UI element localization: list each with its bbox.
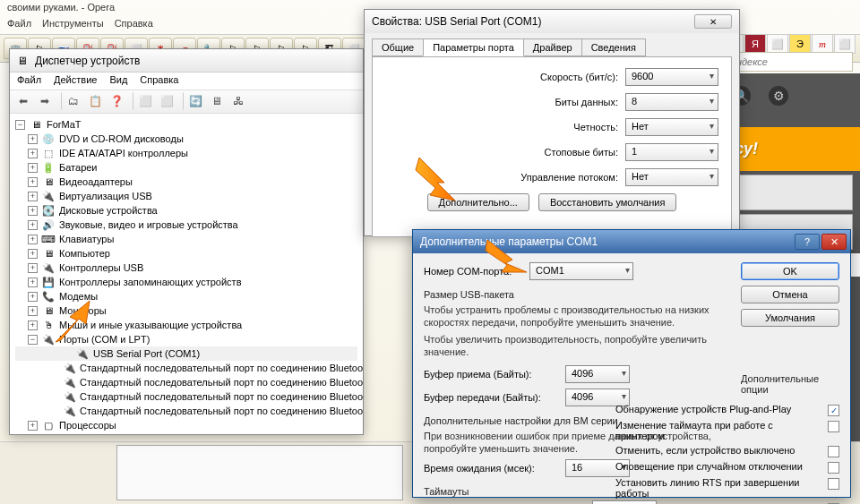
option-label: Отменить, если устройство выключено xyxy=(615,445,822,456)
databits-dropdown[interactable]: 8 xyxy=(625,93,718,111)
help-icon[interactable]: ❓ xyxy=(107,92,126,110)
checkbox[interactable] xyxy=(828,478,839,490)
checkbox[interactable] xyxy=(828,446,839,457)
expand-icon[interactable]: + xyxy=(28,235,38,244)
rx-buffer-dropdown[interactable]: 4096 xyxy=(565,365,630,383)
tree-label: Контроллеры запоминающих устройств xyxy=(59,277,241,287)
expand-icon[interactable]: + xyxy=(28,249,38,259)
hint-text: Чтобы увеличить производительность, попр… xyxy=(424,333,737,359)
expand-icon[interactable]: + xyxy=(28,163,38,173)
tab-general[interactable]: Общие xyxy=(372,38,424,56)
tab-icon[interactable]: Э xyxy=(789,34,811,54)
help-button[interactable]: ? xyxy=(795,234,820,250)
expand-icon[interactable]: + xyxy=(28,192,38,201)
device-icon: 💿 xyxy=(41,132,56,145)
expand-icon[interactable]: + xyxy=(28,306,38,316)
menu-help[interactable]: Справка xyxy=(140,74,178,88)
adv-body: Номер COM-порта: COM1 Размер USB-пакета … xyxy=(413,253,850,497)
menu-file[interactable]: Файл xyxy=(17,74,41,88)
expand-icon[interactable]: + xyxy=(28,220,38,230)
comport-dropdown[interactable]: COM1 xyxy=(529,262,633,280)
tree-node[interactable]: +🔌Контроллеры USB xyxy=(15,261,357,275)
tab-icon[interactable]: ⬜ xyxy=(767,34,788,54)
props-tabs: Общие Параметры порта Драйвер Сведения xyxy=(372,38,732,56)
tab-icon[interactable]: Я xyxy=(744,34,766,54)
tab-details[interactable]: Сведения xyxy=(581,38,646,56)
port-icon: 🔌 xyxy=(75,347,90,360)
expand-icon[interactable]: + xyxy=(28,263,38,273)
speed-dropdown[interactable]: 9600 xyxy=(625,68,718,86)
tree-node[interactable]: +🔌Виртуализация USB xyxy=(15,189,357,203)
uninstall-icon[interactable]: 🖥 xyxy=(207,92,227,110)
expand-icon[interactable]: + xyxy=(28,320,38,330)
devmgr-titlebar[interactable]: 🖥 Диспетчер устройств xyxy=(10,49,363,73)
port-icon: 🔌 xyxy=(64,362,76,374)
tree-leaf-port[interactable]: 🔌Стандартный последовательный порт по со… xyxy=(15,375,357,389)
close-button[interactable]: ✕ xyxy=(694,14,732,29)
device-tree[interactable]: − 🖥 ForMaT +💿DVD и CD-ROM дисководы+⬚IDE… xyxy=(10,114,363,434)
separator xyxy=(56,92,62,110)
menu-file[interactable]: Файл xyxy=(7,18,31,32)
tree-node[interactable]: +💽Дисковые устройства xyxy=(15,203,357,218)
checkbox[interactable]: ✓ xyxy=(828,405,839,416)
tree-label: DVD и CD-ROM дисководы xyxy=(59,133,184,144)
tree-node[interactable]: +🔋Батареи xyxy=(15,160,357,175)
props-icon[interactable]: ⬜ xyxy=(135,92,155,110)
annotation-arrow xyxy=(484,236,538,281)
forward-icon[interactable]: ➡ xyxy=(35,92,55,110)
props-icon[interactable]: ⬜ xyxy=(157,92,176,110)
flowcontrol-dropdown[interactable]: Нет xyxy=(625,168,718,186)
collapse-icon[interactable]: − xyxy=(15,120,25,130)
ok-button[interactable]: OK xyxy=(741,262,839,280)
tab-driver[interactable]: Драйвер xyxy=(523,38,582,56)
expand-icon[interactable]: + xyxy=(28,278,38,287)
props-titlebar[interactable]: Свойства: USB Serial Port (COM1) ✕ xyxy=(365,10,739,33)
tree-leaf-port[interactable]: 🔌USB Serial Port (COM1) xyxy=(15,346,357,361)
tab-icon[interactable]: m xyxy=(812,34,833,54)
tree-node[interactable]: +🖥Видеоадаптеры xyxy=(15,175,357,189)
checkbox[interactable] xyxy=(828,462,839,474)
tree-node[interactable]: +💿DVD и CD-ROM дисководы xyxy=(15,132,357,146)
expand-icon[interactable]: + xyxy=(28,177,38,187)
tree-node[interactable]: +⬚IDE ATA/ATAPI контроллеры xyxy=(15,146,357,160)
scan-icon[interactable]: 🖧 xyxy=(228,92,248,110)
tab-icon[interactable]: ⬜ xyxy=(834,34,856,54)
back-icon[interactable]: ⬅ xyxy=(13,92,33,110)
tree-node[interactable]: +ᚼРадиомодули Bluetooth xyxy=(15,432,357,434)
tree-root[interactable]: − 🖥 ForMaT xyxy=(15,117,357,132)
hint-text: Чтобы устранить проблемы с производитель… xyxy=(424,303,737,329)
tree-leaf-port[interactable]: 🔌Стандартный последовательный порт по со… xyxy=(15,404,357,418)
checkbox[interactable] xyxy=(828,421,839,432)
parity-dropdown[interactable]: Нет xyxy=(625,118,718,136)
tree-node[interactable]: +⌨Клавиатуры xyxy=(15,232,357,246)
stopbits-dropdown[interactable]: 1 xyxy=(625,143,718,161)
menu-tools[interactable]: Инструменты xyxy=(42,18,104,32)
computer-icon: 🖥 xyxy=(29,118,43,131)
tree-leaf-port[interactable]: 🔌Стандартный последовательный порт по со… xyxy=(15,361,357,375)
menu-action[interactable]: Действие xyxy=(54,74,97,88)
tab-port-settings[interactable]: Параметры порта xyxy=(423,38,524,56)
tree-icon[interactable]: 🗂 xyxy=(64,92,83,110)
expand-icon[interactable]: + xyxy=(28,134,38,144)
defaults-button[interactable]: Умолчания xyxy=(741,309,839,327)
tree-leaf-port[interactable]: 🔌Стандартный последовательный порт по со… xyxy=(15,389,357,404)
collapse-icon[interactable]: − xyxy=(28,335,38,345)
gear-icon[interactable]: ⚙ xyxy=(769,86,788,106)
expand-icon[interactable]: + xyxy=(28,421,38,431)
update-icon[interactable]: 🔄 xyxy=(185,92,205,110)
restore-defaults-button[interactable]: Восстановить умолчания xyxy=(538,193,677,211)
close-button[interactable]: ✕ xyxy=(821,234,847,250)
cancel-button[interactable]: Отмена xyxy=(741,286,839,303)
tree-node[interactable]: +🔊Звуковые, видео и игровые устройства xyxy=(15,218,357,232)
expand-icon[interactable]: + xyxy=(28,149,38,158)
menu-view[interactable]: Вид xyxy=(109,74,127,88)
adv-titlebar[interactable]: Дополнительные параметры COM1 ? ✕ xyxy=(413,230,850,253)
list-icon[interactable]: 📋 xyxy=(85,92,105,110)
expand-icon[interactable]: + xyxy=(28,206,38,216)
tree-node[interactable]: +🖥Компьютер xyxy=(15,246,357,261)
tree-label: Звуковые, видео и игровые устройства xyxy=(59,219,238,230)
tree-node[interactable]: +💾Контроллеры запоминающих устройств xyxy=(15,275,357,289)
tree-node[interactable]: +▢Процессоры xyxy=(15,418,357,432)
expand-icon[interactable]: + xyxy=(28,292,38,302)
menu-help[interactable]: Справка xyxy=(115,18,153,32)
